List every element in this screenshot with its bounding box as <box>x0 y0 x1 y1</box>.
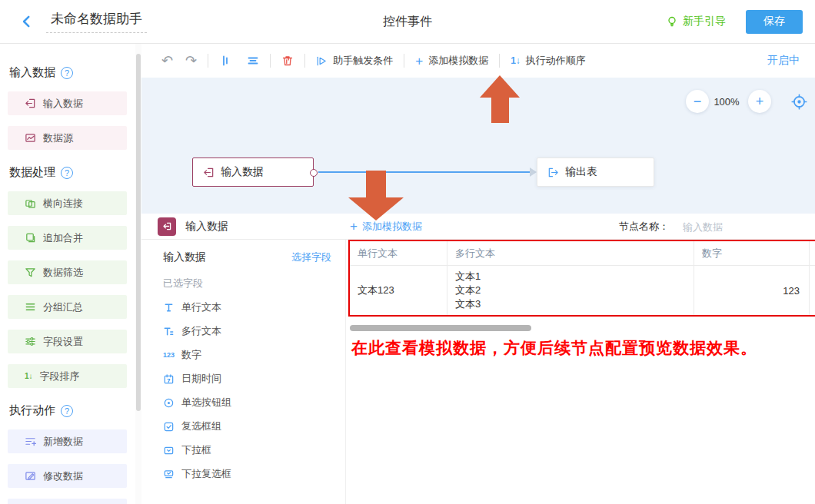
field-item-checkbox-group[interactable]: 复选框组 <box>163 419 331 433</box>
sidebar-item-label: 数据筛选 <box>43 266 83 280</box>
data-filter-icon <box>25 267 36 278</box>
beginner-guide-link[interactable]: 新手引导 <box>666 15 726 28</box>
sidebar-item-horizontal-join[interactable]: 横向连接 <box>8 191 127 215</box>
sidebar-item-label: 追加合并 <box>43 231 83 245</box>
tutorial-arrow-up <box>480 75 520 123</box>
help-icon[interactable]: ? <box>61 67 73 79</box>
column-header: 多行文本 <box>447 241 694 265</box>
dropdown-icon <box>163 445 175 456</box>
sidebar-item-data-source[interactable]: 数据源 <box>8 126 127 150</box>
flow-canvas[interactable]: − 100% + 输入数据 输出表 <box>141 78 815 214</box>
add-mock-data-link[interactable]: + 添加模拟数据 <box>350 220 422 234</box>
sidebar-item-partial[interactable] <box>8 499 127 504</box>
number-icon: 123 <box>163 351 175 359</box>
append-merge-icon <box>25 232 36 244</box>
help-icon[interactable]: ? <box>61 167 73 179</box>
sidebar-item-label: 输入数据 <box>43 97 83 111</box>
undo-icon[interactable]: ↶ <box>161 54 173 68</box>
plus-icon: + <box>415 55 423 68</box>
sidebar-item-field-sort[interactable]: 1↓ 字段排序 <box>8 364 127 388</box>
plus-icon: + <box>350 220 358 233</box>
cell-number: 123 <box>694 266 810 315</box>
field-item-single-line-text[interactable]: 单行文本 <box>163 300 331 314</box>
zoom-out-button[interactable]: − <box>686 90 709 113</box>
add-data-icon <box>25 436 36 447</box>
node-label: 输出表 <box>565 165 597 179</box>
select-fields-link[interactable]: 选择字段 <box>291 250 331 264</box>
group-label: 执行动作 <box>9 403 55 418</box>
delete-icon[interactable] <box>281 55 294 67</box>
add-mock-data-link-label: 添加模拟数据 <box>362 220 422 234</box>
table-horizontal-scrollbar[interactable] <box>350 325 531 331</box>
multi-line-value: 文本3 <box>455 297 481 311</box>
sidebar-item-field-settings[interactable]: 字段设置 <box>8 330 127 353</box>
lightbulb-icon <box>666 15 678 28</box>
trigger-condition-label: 助手触发条件 <box>333 54 393 68</box>
redo-icon[interactable]: ↷ <box>185 54 197 68</box>
sidebar-item-label: 分组汇总 <box>43 300 83 314</box>
sidebar-item-modify-data[interactable]: 修改数据 <box>8 464 127 488</box>
field-item-datetime[interactable]: 日期时间 <box>163 372 331 386</box>
sidebar-item-label: 横向连接 <box>43 197 83 211</box>
modify-data-icon <box>25 470 36 482</box>
field-label: 日期时间 <box>181 372 221 386</box>
trigger-icon <box>316 55 328 67</box>
help-icon[interactable]: ? <box>61 405 73 417</box>
back-chevron-icon[interactable] <box>20 15 34 28</box>
mock-data-table: 单行文本 多行文本 数字 文本123 文本1 文本2 文本3 123 <box>348 240 815 317</box>
field-item-dropdown[interactable]: 下拉框 <box>163 443 331 457</box>
sidebar-item-add-data[interactable]: 新增数据 <box>8 429 127 453</box>
field-label: 复选框组 <box>181 419 221 433</box>
group-label: 输入数据 <box>9 65 55 80</box>
field-item-dropdown-multi[interactable]: 下拉复选框 <box>163 467 331 481</box>
node-name-label: 节点名称： <box>619 220 669 234</box>
datetime-icon <box>163 373 175 385</box>
field-item-multi-line-text[interactable]: 多行文本 <box>163 324 331 338</box>
node-input-data[interactable]: 输入数据 <box>192 158 314 187</box>
column-header <box>810 241 815 265</box>
sidebar-item-data-filter[interactable]: 数据筛选 <box>8 260 127 284</box>
node-label: 输入数据 <box>221 165 264 179</box>
beginner-guide-label: 新手引导 <box>683 15 726 28</box>
trigger-condition-button[interactable]: 助手触发条件 <box>316 54 393 68</box>
sidebar-item-append-merge[interactable]: 追加合并 <box>8 226 127 250</box>
tutorial-arrow-down <box>348 171 404 220</box>
sidebar-item-label: 数据源 <box>43 131 73 145</box>
field-item-radio-group[interactable]: 单选按钮组 <box>163 396 331 410</box>
multi-line-value: 文本2 <box>455 284 481 297</box>
column-header: 单行文本 <box>350 241 447 265</box>
align-vertical-icon[interactable] <box>219 55 231 67</box>
group-summary-icon <box>25 301 36 313</box>
align-horizontal-icon[interactable] <box>247 55 259 67</box>
locate-icon[interactable] <box>791 94 807 110</box>
field-item-number[interactable]: 123 数字 <box>163 348 331 362</box>
sidebar-item-input-data[interactable]: 输入数据 <box>8 91 127 115</box>
checkbox-group-icon <box>163 421 175 433</box>
sidebar-group-data-processing: 数据处理 ? <box>9 165 141 180</box>
radio-group-icon <box>163 397 175 409</box>
field-label: 单选按钮组 <box>181 396 231 410</box>
node-output-table[interactable]: 输出表 <box>537 158 654 187</box>
add-mock-data-button[interactable]: + 添加模拟数据 <box>415 54 488 68</box>
action-order-button[interactable]: 1↓ 执行动作顺序 <box>511 54 586 68</box>
cell-empty <box>810 266 815 315</box>
node-name-input[interactable] <box>681 217 815 238</box>
table-header-row: 单行文本 多行文本 数字 <box>350 241 815 266</box>
sidebar-group-actions: 执行动作 ? <box>9 403 141 418</box>
field-settings-icon <box>25 336 36 347</box>
node-config-title: 输入数据 <box>185 220 228 234</box>
data-source-icon <box>25 132 36 144</box>
multi-line-text-icon <box>163 326 175 337</box>
status-enabled[interactable]: 开启中 <box>767 54 800 68</box>
output-table-icon <box>547 167 559 178</box>
add-mock-data-label: 添加模拟数据 <box>428 54 488 68</box>
zoom-in-button[interactable]: + <box>748 90 771 113</box>
sidebar-item-label: 字段设置 <box>43 335 83 349</box>
save-button[interactable]: 保存 <box>746 10 803 34</box>
sidebar-scrollbar-thumb[interactable] <box>136 54 141 411</box>
document-title[interactable]: 未命名数据助手 <box>46 10 147 33</box>
sidebar-item-label: 字段排序 <box>40 370 80 383</box>
sidebar-item-group-summary[interactable]: 分组汇总 <box>8 295 127 319</box>
toolbar-divider <box>208 54 208 68</box>
output-port[interactable] <box>310 169 318 177</box>
